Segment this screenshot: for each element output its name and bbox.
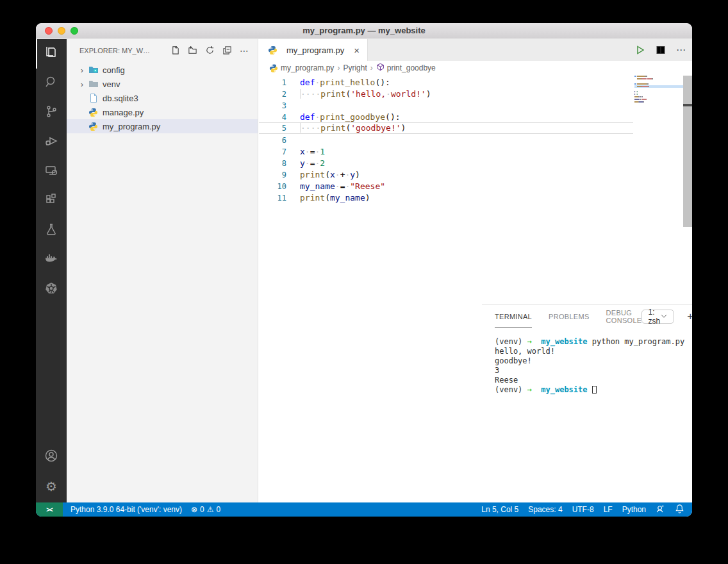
activity-settings[interactable]: ⚙: [36, 472, 67, 501]
tab-debug-console[interactable]: DEBUG CONSOLE: [606, 305, 642, 328]
activity-account[interactable]: [36, 442, 67, 472]
files-icon: [44, 45, 59, 63]
gear-icon: ⚙: [46, 480, 57, 493]
terminal-output[interactable]: (venv) → my_website python my_program.py…: [495, 337, 684, 395]
python-icon: [269, 63, 278, 72]
tab-my-program[interactable]: my_program.py ×: [259, 39, 368, 61]
remote-indicator[interactable]: ><: [36, 502, 63, 517]
code-line: 8y·=·2: [259, 157, 633, 169]
activity-remote-explorer[interactable]: [36, 157, 67, 187]
breadcrumb-separator: ›: [336, 63, 341, 72]
refresh-icon[interactable]: [205, 46, 215, 55]
terminal-picker-dropdown[interactable]: 1: zsh: [641, 310, 674, 324]
line-number: 7: [259, 146, 286, 156]
line-number: 3: [259, 100, 286, 110]
tab-bar: my_program.py × ⋯: [259, 39, 692, 61]
encoding-status[interactable]: UTF-8: [572, 505, 594, 514]
symbol-function-icon: [376, 63, 385, 73]
vscode-window: my_program.py — my_website: [36, 23, 692, 517]
new-folder-icon[interactable]: [188, 46, 197, 55]
remote-explorer-icon: [44, 163, 59, 181]
file-name: my_program.py: [103, 122, 160, 131]
line-number: 1: [259, 77, 286, 87]
new-file-icon[interactable]: [170, 46, 180, 55]
python-interpreter-status[interactable]: Python 3.9.0 64-bit ('venv': venv): [70, 505, 182, 514]
line-number: 6: [259, 135, 286, 145]
file-tree-item-db.sqlite3[interactable]: db.sqlite3: [67, 91, 258, 105]
close-tab-icon[interactable]: ×: [354, 45, 360, 56]
line-number: 8: [259, 158, 286, 168]
indentation-status[interactable]: Spaces: 4: [528, 505, 562, 514]
debug-icon: [44, 133, 59, 151]
code-line: 10my_name·=·"Reese": [259, 180, 633, 192]
cursor-position-status[interactable]: Ln 5, Col 5: [481, 505, 518, 514]
code-line: 9print(x·+·y): [259, 169, 633, 180]
chevron-down-icon: [660, 312, 668, 322]
split-editor-icon[interactable]: [656, 45, 666, 55]
language-mode-status[interactable]: Python: [622, 505, 646, 514]
code-line: 4def·print_goodbye():: [259, 111, 633, 122]
feedback-icon[interactable]: [656, 504, 665, 515]
file-name: manage.py: [103, 108, 144, 117]
breadcrumb-symbol[interactable]: print_goodbye: [376, 63, 436, 73]
file-tree-item-my_program.py[interactable]: my_program.py: [67, 119, 258, 133]
explorer-sidebar: EXPLORER: MY_W… ⋯ ›config›venvdb.sqlite3…: [67, 39, 258, 502]
minimize-window-button[interactable]: [58, 27, 65, 35]
tab-problems[interactable]: PROBLEMS: [549, 305, 590, 328]
editor-more-icon[interactable]: ⋯: [676, 44, 686, 56]
source-control-icon: [44, 104, 59, 122]
code-editor[interactable]: 1def·print_hello():2····print('hello,·wo…: [259, 75, 692, 304]
chevron-right-icon[interactable]: ›: [77, 65, 87, 75]
file-name: config: [103, 65, 125, 75]
code-line: 2····print('hello,·world!'): [259, 88, 633, 99]
editor-group: my_program.py × ⋯ my_program.py › Pyrigh…: [259, 39, 692, 502]
workbench: ⚙ EXPLORER: MY_W… ⋯ ›config›venvdb.sqlit…: [36, 39, 692, 502]
file-tree: ›config›venvdb.sqlite3manage.pymy_progra…: [67, 63, 258, 133]
eol-status[interactable]: LF: [604, 505, 613, 514]
extensions-icon: [44, 192, 59, 210]
file-tree-item-config[interactable]: ›config: [67, 63, 258, 77]
zoom-window-button[interactable]: [70, 27, 78, 35]
more-actions-icon[interactable]: ⋯: [240, 46, 249, 56]
activity-testing[interactable]: [36, 216, 67, 245]
line-number: 2: [259, 88, 286, 99]
run-python-file-icon[interactable]: [635, 45, 645, 55]
scrollbar-thumb[interactable]: [683, 104, 692, 106]
activity-search[interactable]: [36, 69, 67, 98]
collapse-all-icon[interactable]: [222, 46, 232, 55]
code-line: 7x·=·1: [259, 145, 633, 157]
terminal-line: goodbye!: [495, 356, 684, 366]
new-terminal-icon[interactable]: +: [687, 310, 692, 323]
file-tree-item-manage.py[interactable]: manage.py: [67, 105, 258, 119]
activity-explorer[interactable]: [36, 39, 67, 69]
problems-status[interactable]: ⊗ 0 ⚠ 0: [191, 505, 220, 514]
activity-kubernetes[interactable]: [36, 275, 67, 304]
notifications-bell-icon[interactable]: [675, 504, 684, 515]
breadcrumb-scope[interactable]: Pyright: [343, 63, 367, 72]
file-tree-item-venv[interactable]: ›venv: [67, 77, 258, 91]
terminal-line: (venv) → my_website: [495, 385, 684, 395]
activity-source-control[interactable]: [36, 98, 67, 128]
terminal-line: hello, world!: [495, 347, 684, 356]
breadcrumb-file[interactable]: my_program.py: [269, 63, 334, 72]
line-number: 4: [259, 112, 286, 122]
chevron-right-icon[interactable]: ›: [77, 79, 87, 89]
minimap-line: [634, 101, 677, 103]
folder-config-icon: [88, 65, 99, 75]
python-icon: [88, 121, 99, 131]
breadcrumb-separator: ›: [369, 63, 374, 72]
tab-terminal[interactable]: TERMINAL: [495, 305, 532, 328]
code-line-current: 5····print('goodbye!'): [259, 122, 633, 134]
file-icon: [88, 93, 99, 103]
line-number: 10: [259, 181, 286, 191]
minimap[interactable]: [634, 75, 677, 103]
editor-scrollbar[interactable]: [683, 76, 692, 227]
docker-whale-icon: [44, 251, 59, 269]
activity-extensions[interactable]: [36, 187, 67, 216]
activity-bar: ⚙: [36, 39, 67, 502]
activity-docker[interactable]: [36, 245, 67, 275]
line-number: 11: [259, 192, 286, 203]
activity-run-debug[interactable]: [36, 128, 67, 157]
close-window-button[interactable]: [45, 27, 53, 35]
error-icon: ⊗: [191, 505, 197, 514]
